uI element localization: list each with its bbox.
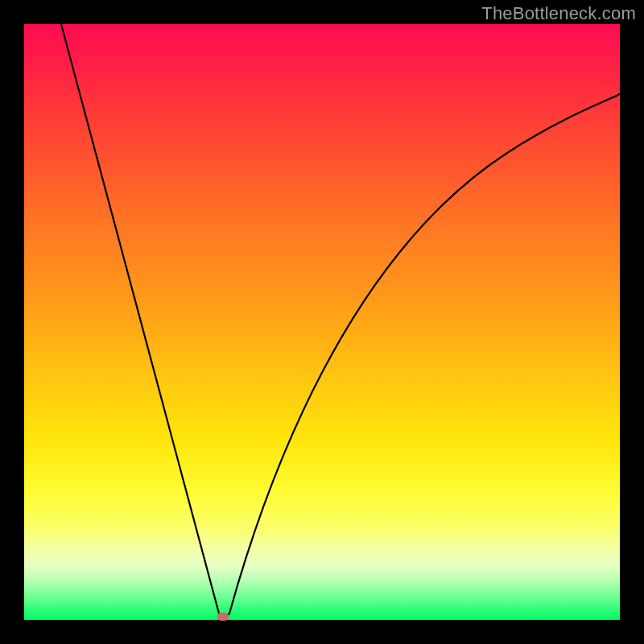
watermark-text: TheBottleneck.com (481, 3, 636, 24)
chart-frame: TheBottleneck.com (0, 0, 644, 644)
optimum-marker (217, 613, 229, 621)
curve-path (61, 24, 620, 617)
bottleneck-curve (24, 24, 620, 620)
plot-area (24, 24, 620, 620)
